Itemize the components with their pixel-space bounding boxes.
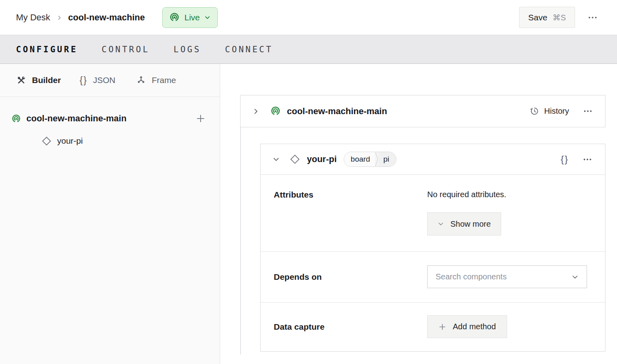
config-sidebar: Builder {} JSON [0, 64, 220, 364]
view-mode-frame-label: Frame [152, 75, 176, 85]
breadcrumb: My Desk cool-new-machine [16, 12, 145, 23]
component-type: board [344, 152, 375, 166]
save-button-label: Save [528, 13, 547, 22]
tab-connect[interactable]: CONNECT [225, 42, 273, 57]
kebab-icon [583, 158, 591, 160]
config-main-panel: cool-new-machine-main History [220, 64, 617, 364]
part-card-title: cool-new-machine-main [287, 106, 387, 117]
history-button[interactable]: History [529, 106, 569, 116]
component-card: your-pi board pi {} [260, 144, 605, 352]
resource-tree: cool-new-machine-main your-pi [0, 97, 220, 152]
data-capture-label: Data capture [274, 322, 427, 332]
app-root: My Desk cool-new-machine Live Save [0, 0, 617, 364]
badge-divider-icon [375, 152, 378, 166]
chevron-down-icon [571, 273, 579, 281]
plus-icon [438, 323, 446, 331]
depends-on-placeholder: Search components [436, 272, 507, 281]
history-button-label: History [544, 107, 569, 116]
component-model: pi [378, 152, 396, 166]
machine-live-icon [11, 114, 21, 124]
show-more-button[interactable]: Show more [427, 212, 501, 235]
view-mode-json-label: JSON [93, 75, 115, 85]
component-diamond-icon [289, 154, 301, 165]
chevron-down-icon [273, 156, 280, 163]
page-tabbar: CONFIGURE CONTROL LOGS CONNECT [0, 35, 617, 64]
data-capture-section: Data capture Add method [261, 302, 605, 351]
topbar-actions: Save ⌘S [519, 7, 599, 28]
chevron-down-icon [204, 14, 211, 21]
component-card-title: your-pi [307, 154, 337, 164]
view-mode-json[interactable]: {} JSON [80, 75, 115, 86]
part-card-menu-button[interactable] [581, 108, 594, 115]
attributes-value-column: No required attributes. Show more [427, 190, 506, 251]
add-method-button[interactable]: Add method [427, 315, 507, 338]
live-status-label: Live [184, 13, 200, 22]
tree-item-machine-part[interactable]: cool-new-machine-main [0, 107, 220, 130]
add-method-label: Add method [453, 322, 496, 331]
breadcrumb-current: cool-new-machine [68, 12, 145, 23]
view-mode-builder-label: Builder [32, 75, 61, 85]
kebab-icon [588, 16, 597, 19]
tools-icon [16, 75, 26, 85]
add-resource-button[interactable] [195, 113, 206, 124]
header-overflow-menu-button[interactable] [586, 14, 599, 21]
tab-control[interactable]: CONTROL [102, 42, 149, 57]
live-status-icon [169, 12, 180, 23]
component-diamond-icon [41, 136, 52, 146]
machine-part-card: cool-new-machine-main History [240, 95, 605, 127]
history-clock-icon [529, 106, 539, 116]
component-header-actions: {} [560, 153, 594, 166]
component-card-header: your-pi board pi {} [261, 144, 605, 175]
component-type-badge: board pi [344, 152, 396, 167]
tree-item-label: your-pi [57, 136, 83, 146]
kebab-icon [584, 110, 592, 112]
breadcrumb-parent-link[interactable]: My Desk [16, 12, 50, 23]
depends-on-label: Depends on [274, 272, 427, 282]
view-mode-builder[interactable]: Builder [16, 75, 61, 85]
tab-configure[interactable]: CONFIGURE [16, 42, 78, 57]
attributes-section: Attributes No required attributes. Show … [261, 175, 605, 251]
save-button[interactable]: Save ⌘S [519, 7, 575, 28]
machine-live-icon [270, 106, 281, 117]
chevron-down-icon [438, 221, 444, 227]
depends-on-select[interactable]: Search components [427, 265, 587, 288]
save-shortcut-hint: ⌘S [553, 13, 566, 22]
attributes-label: Attributes [274, 190, 427, 251]
top-header: My Desk cool-new-machine Live Save [0, 0, 617, 35]
breadcrumb-separator-icon [56, 15, 62, 21]
component-collapse-button[interactable] [272, 155, 281, 164]
frame-axes-icon [136, 75, 146, 85]
tree-item-component[interactable]: your-pi [0, 130, 220, 152]
machine-status-dropdown[interactable]: Live [162, 7, 218, 28]
braces-icon: {} [80, 75, 87, 86]
tab-logs[interactable]: LOGS [173, 42, 201, 57]
part-connector-line [240, 127, 241, 354]
view-mode-toolbar: Builder {} JSON [0, 64, 220, 97]
depends-on-section: Depends on Search components [261, 251, 605, 302]
show-more-label: Show more [450, 220, 491, 229]
tree-item-label: cool-new-machine-main [26, 113, 127, 124]
part-expand-button[interactable] [251, 107, 260, 116]
page-body: Builder {} JSON [0, 64, 617, 364]
attributes-empty-text: No required attributes. [427, 190, 506, 199]
view-mode-frame[interactable]: Frame [136, 75, 176, 85]
component-menu-button[interactable] [581, 156, 594, 163]
plus-icon [196, 114, 205, 123]
component-json-toggle-button[interactable]: {} [560, 153, 569, 166]
chevron-right-icon [252, 108, 259, 115]
